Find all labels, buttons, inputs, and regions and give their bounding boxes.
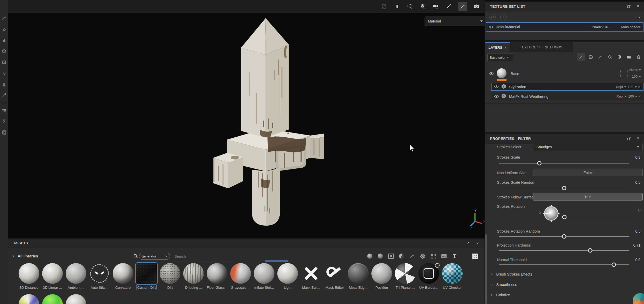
asset-item[interactable]: Light bbox=[277, 263, 298, 290]
opacity-dropdown[interactable]: 100 bbox=[628, 94, 637, 98]
section-colorize[interactable]: > Colorize bbox=[490, 293, 510, 297]
library-selector[interactable]: > All libraries bbox=[12, 254, 38, 258]
slider-knob[interactable] bbox=[588, 248, 592, 253]
remove-layer-icon[interactable]: × bbox=[639, 95, 641, 98]
eraser-tool-icon[interactable] bbox=[1, 26, 7, 32]
material-picker-tool-icon[interactable] bbox=[1, 92, 7, 98]
channel-selector-dropdown[interactable]: Base color bbox=[487, 54, 513, 61]
add-smart-material-icon[interactable] bbox=[587, 53, 595, 61]
brushes-filter-icon[interactable] bbox=[409, 253, 415, 259]
sync-materials-icon[interactable] bbox=[489, 14, 496, 20]
eye-icon[interactable] bbox=[494, 95, 499, 98]
search-placeholder[interactable]: Search bbox=[174, 254, 186, 258]
asset-item[interactable] bbox=[42, 294, 63, 304]
particles-icon[interactable] bbox=[445, 3, 452, 10]
asset-item[interactable]: Ambient ... bbox=[66, 263, 86, 290]
asset-item[interactable]: UV Checker bbox=[442, 263, 463, 290]
asset-item[interactable]: Auto Stitc... bbox=[89, 263, 110, 290]
strokes-scale-slider[interactable] bbox=[499, 163, 629, 164]
layer-row-base[interactable]: Base Norm 100 bbox=[485, 68, 644, 81]
non-uniform-size-toggle[interactable]: False bbox=[533, 169, 643, 176]
clear-tag-icon[interactable]: × bbox=[165, 254, 167, 258]
environments-filter-icon[interactable] bbox=[441, 253, 447, 259]
slider-knob[interactable] bbox=[562, 234, 566, 239]
layer-row-stylization[interactable]: S Stylization Repl 100 × bbox=[491, 83, 643, 91]
camera-view-icon[interactable] bbox=[432, 3, 439, 10]
strokes-follow-surface-toggle[interactable]: True bbox=[533, 193, 643, 201]
strokes-select-dropdown[interactable]: Smudges bbox=[533, 143, 643, 151]
mask-placeholder[interactable] bbox=[620, 70, 627, 77]
asset-item[interactable]: Metal Edg... bbox=[348, 263, 369, 290]
strokes-rotation-random-slider[interactable] bbox=[499, 236, 629, 237]
mesh-view-icon[interactable] bbox=[419, 3, 426, 10]
3d-viewport[interactable]: Material Y X Z bbox=[8, 13, 485, 238]
tab-texture-set-settings[interactable]: TEXTURE SET SETTINGS bbox=[510, 42, 573, 52]
slider-knob[interactable] bbox=[562, 215, 566, 219]
resources-updater-icon[interactable] bbox=[1, 107, 7, 113]
undock-panel-icon[interactable] bbox=[626, 136, 632, 141]
fonts-filter-icon[interactable]: T bbox=[451, 253, 458, 259]
blend-mode-dropdown[interactable]: Norm bbox=[629, 68, 641, 72]
polygon-fill-tool-icon[interactable] bbox=[1, 59, 7, 65]
asset-item[interactable]: UV Border... bbox=[418, 263, 439, 290]
eye-icon[interactable] bbox=[488, 25, 493, 29]
add-folder-icon[interactable] bbox=[625, 53, 633, 61]
add-paint-layer-icon[interactable] bbox=[596, 53, 604, 61]
section-smoothness[interactable]: > Smoothness bbox=[490, 283, 517, 287]
screenshot-icon[interactable] bbox=[473, 3, 480, 10]
baking-mode-icon[interactable] bbox=[1, 118, 7, 124]
eye-icon[interactable] bbox=[489, 72, 494, 75]
asset-item[interactable]: 3D Linear ... bbox=[42, 263, 63, 290]
assets-scrollbar-thumb[interactable] bbox=[265, 260, 288, 262]
filters-filter-icon[interactable] bbox=[398, 253, 405, 259]
add-smart-mask-icon[interactable] bbox=[616, 53, 623, 61]
asset-item[interactable]: Custom Dirt bbox=[136, 263, 157, 290]
tab-layers[interactable]: LAYERS × bbox=[485, 42, 510, 52]
render-mode-icon[interactable] bbox=[1, 129, 7, 136]
patterns-filter-icon[interactable] bbox=[430, 253, 436, 259]
strokes-rotation-slider[interactable] bbox=[563, 217, 638, 217]
layer-thumbnail[interactable] bbox=[497, 68, 507, 78]
add-effect-icon[interactable] bbox=[577, 53, 585, 61]
paint-tool-icon[interactable] bbox=[1, 15, 7, 21]
projection-tool-icon[interactable] bbox=[1, 37, 7, 43]
delete-layer-icon[interactable] bbox=[635, 53, 642, 61]
undock-panel-icon[interactable] bbox=[626, 3, 632, 9]
smart-masks-filter-icon[interactable] bbox=[388, 253, 394, 259]
close-tab-icon[interactable]: × bbox=[504, 46, 507, 49]
3d-model-obelisk[interactable] bbox=[211, 16, 326, 228]
smart-materials-filter-icon[interactable] bbox=[377, 253, 384, 259]
search-tag-chip[interactable]: generator × bbox=[139, 253, 170, 260]
procedurals-filter-icon[interactable] bbox=[420, 253, 426, 259]
asset-item[interactable]: 3D Distance bbox=[19, 263, 39, 290]
asset-item[interactable]: Mask Buil... bbox=[301, 263, 321, 290]
asset-item[interactable]: Curvature bbox=[113, 263, 133, 290]
visibility-toggle-icon[interactable] bbox=[500, 14, 507, 20]
normal-threshold-slider[interactable] bbox=[499, 264, 629, 265]
remove-layer-icon[interactable]: × bbox=[638, 85, 640, 89]
asset-item[interactable]: Inflate Shri... bbox=[254, 263, 274, 290]
grid-view-icon[interactable] bbox=[472, 253, 478, 259]
pause-engine-icon[interactable] bbox=[394, 3, 400, 10]
asset-item[interactable]: Tri-Planar ... bbox=[395, 263, 416, 290]
slider-knob[interactable] bbox=[537, 161, 542, 166]
clone-tool-icon[interactable] bbox=[1, 81, 7, 88]
slider-knob[interactable] bbox=[611, 263, 616, 267]
close-panel-icon[interactable]: × bbox=[635, 3, 641, 9]
slider-knob[interactable] bbox=[562, 186, 566, 190]
asset-item[interactable]: Grayscale ... bbox=[230, 263, 251, 290]
add-fill-layer-icon[interactable] bbox=[606, 53, 614, 61]
strokes-rotation-dial[interactable] bbox=[544, 206, 558, 221]
asset-item[interactable]: Position bbox=[371, 263, 392, 290]
close-panel-icon[interactable]: × bbox=[475, 241, 480, 246]
texture-set-row[interactable]: DefaultMaterial 2048x2048 Main shader bbox=[486, 22, 643, 32]
projection-hardness-slider[interactable] bbox=[499, 250, 629, 251]
materials-filter-icon[interactable] bbox=[367, 253, 373, 259]
undock-panel-icon[interactable] bbox=[464, 241, 470, 246]
paint-mode-icon[interactable] bbox=[458, 2, 467, 11]
asset-item[interactable]: Dirt bbox=[160, 263, 180, 290]
eye-icon[interactable] bbox=[494, 85, 499, 88]
section-brush-strokes-effects[interactable]: > Brush Strokes Effects bbox=[490, 272, 532, 276]
properties-scrollbar[interactable] bbox=[485, 234, 487, 304]
asset-item[interactable]: Mask Editor bbox=[324, 263, 345, 290]
